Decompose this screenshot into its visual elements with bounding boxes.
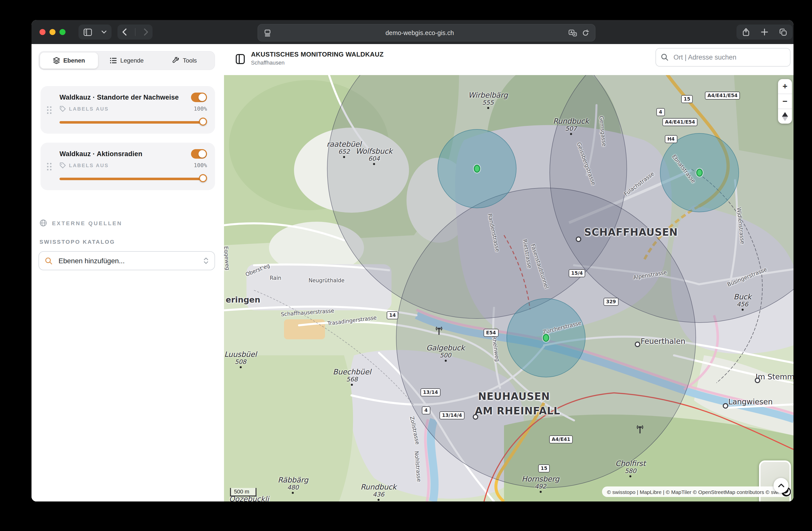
road-shield: 15/4 (569, 269, 585, 277)
hill-label: Räbbärg480 (278, 476, 308, 494)
layer-title: Waldkauz · Standorte der Nachweise (59, 94, 179, 101)
zoom-window-button[interactable] (59, 29, 66, 35)
labels-chip[interactable]: LABELS AUS (59, 106, 109, 112)
road-shield: A4/E41 (549, 435, 573, 444)
tag-icon (59, 106, 66, 112)
tab-tools[interactable]: Tools (156, 53, 214, 69)
road-shield: 15 (538, 464, 550, 473)
external-sources-label: EXTERNE QUELLEN (52, 220, 122, 226)
nav-buttons (117, 25, 153, 40)
minimize-button[interactable] (49, 29, 56, 35)
town-marker[interactable] (635, 341, 640, 347)
tag-icon (59, 162, 66, 169)
drag-handle-icon[interactable] (47, 106, 52, 114)
scale-bar: 500 m (230, 488, 256, 497)
swisstopo-catalog-label: SWISSTOPO KATALOG (40, 239, 215, 245)
tab-label: Ebenen (63, 57, 85, 64)
forward-button[interactable] (144, 29, 148, 36)
map-label: Langwiesen (728, 397, 773, 406)
labels-chip-text: LABELS AUS (69, 163, 109, 168)
drag-handle-icon[interactable] (47, 163, 52, 170)
slider-knob[interactable] (199, 117, 207, 126)
search-icon (661, 54, 668, 61)
road-shield: 13/14 (420, 388, 440, 396)
project-title: AKUSTISCHES MONITORING WALDKAUZ (251, 51, 384, 58)
tab-ebenen[interactable]: Ebenen (40, 53, 98, 69)
map-label: Schaffhauserstrasse (281, 308, 334, 317)
town-marker[interactable] (723, 403, 728, 409)
detection-marker[interactable] (696, 169, 703, 177)
compass-south-icon (782, 116, 788, 121)
layers-icon (53, 57, 60, 64)
map-canvas[interactable]: Wirbelbärg555raatebüel652Rundbuck507Wolf… (224, 75, 794, 502)
detection-marker[interactable] (474, 165, 480, 173)
screenshot-stage: demo-webgis.eco-gis.ch Ebenen Legende (0, 0, 812, 531)
catalog-combobox[interactable] (39, 251, 215, 270)
address-bar[interactable]: demo-webgis.eco-gis.ch (258, 24, 595, 42)
map-label: Im Stemm (755, 372, 794, 381)
zoom-out-button[interactable]: − (778, 94, 792, 109)
layer-visibility-toggle[interactable] (191, 93, 207, 102)
town-marker[interactable] (576, 236, 581, 242)
hill-label: Wolfsbuck604 (356, 147, 392, 165)
share-icon[interactable] (742, 28, 749, 36)
hill-label: Wirbelbärg555 (468, 91, 508, 109)
translate-icon[interactable] (568, 29, 577, 36)
hill-label: Cholfirst580 (615, 459, 646, 477)
geo-search-box[interactable] (655, 48, 791, 67)
road-shield: E54 (483, 329, 498, 337)
panel-sidebar-icon (84, 28, 92, 36)
zoom-in-button[interactable]: + (778, 79, 792, 94)
browser-sidebar-toggle[interactable] (78, 25, 112, 40)
town-marker[interactable] (755, 378, 760, 383)
layers-sidebar: Ebenen Legende Tools Waldkauz · Standort… (31, 44, 224, 502)
tab-label: Legende (120, 57, 144, 64)
town-marker[interactable] (473, 414, 478, 420)
map-label: Feuerthalen (641, 337, 685, 346)
hill-label: Rundbuck436 (361, 483, 396, 501)
search-icon (45, 257, 53, 265)
slider-knob[interactable] (199, 174, 207, 182)
map-attribution: © swisstopo | MapLibre | © MapTiler © Op… (602, 487, 792, 497)
road-shield: H4 (665, 135, 677, 143)
layer-card-aktionsradien: Waldkauz · Aktionsradien LABELS AUS 100% (41, 143, 215, 190)
wrench-icon (172, 57, 179, 64)
opacity-value: 100% (194, 162, 207, 169)
reader-icon[interactable] (264, 29, 271, 36)
map-label: Oberst'eg (245, 262, 271, 278)
minimap-collapse-button[interactable] (773, 478, 788, 493)
detection-marker[interactable] (543, 334, 549, 342)
chevron-updown-icon[interactable] (203, 257, 208, 264)
map-label: AM RHEINFALL (475, 405, 560, 417)
divider (135, 28, 135, 36)
new-tab-icon[interactable] (761, 29, 768, 36)
antenna-icon (434, 325, 445, 338)
labels-chip[interactable]: LABELS AUS (59, 162, 109, 169)
close-button[interactable] (40, 29, 45, 35)
catalog-search-input[interactable] (58, 256, 199, 265)
sidebar-tabbar: Ebenen Legende Tools (39, 51, 215, 70)
map-label: Eggeweg (224, 246, 231, 270)
tab-overview-icon[interactable] (779, 28, 787, 36)
map-zoom-controls: + − (778, 79, 792, 124)
layer-card-standorte: Waldkauz · Standorte der Nachweise LABEL… (41, 86, 215, 134)
reload-icon[interactable] (582, 29, 589, 36)
layer-visibility-toggle[interactable] (191, 149, 207, 159)
map-label: Trasadingerstrasse (327, 314, 377, 326)
compass-north-icon (782, 112, 788, 116)
map-header: AKUSTISCHES MONITORING WALDKAUZ Schaffha… (224, 44, 794, 75)
compass-button[interactable] (778, 109, 792, 124)
layer-title: Waldkauz · Aktionsradien (59, 150, 142, 158)
hill-label: Buechbüel568 (333, 368, 371, 386)
attribution-text[interactable]: © swisstopo | MapLibre | © MapTiler © Op… (607, 489, 779, 495)
globe-icon (40, 219, 47, 227)
hill-label: Luusbüel508 (224, 350, 257, 368)
collapse-sidebar-icon[interactable] (234, 53, 246, 65)
opacity-slider[interactable] (59, 174, 207, 183)
browser-action-buttons (737, 25, 793, 40)
geo-search-input[interactable] (672, 53, 785, 61)
opacity-slider[interactable] (59, 117, 207, 126)
tab-legende[interactable]: Legende (98, 53, 156, 69)
back-button[interactable] (122, 29, 126, 36)
map-label: Nohlstrasse (414, 451, 422, 482)
